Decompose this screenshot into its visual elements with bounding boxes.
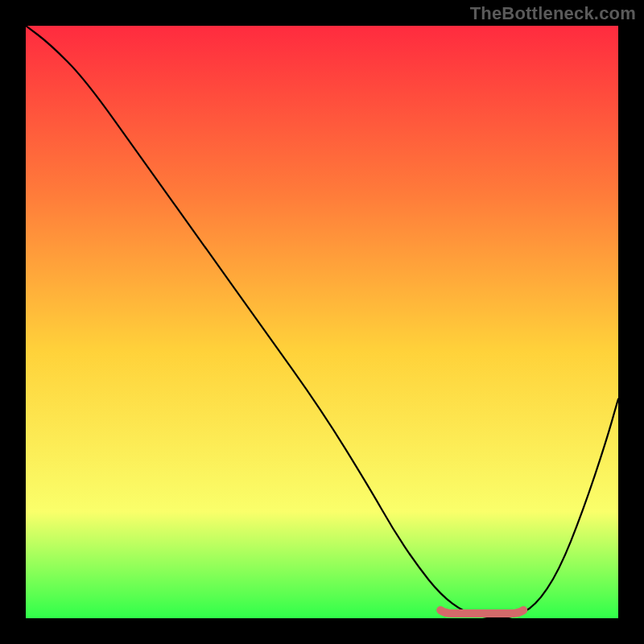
chart-plot-area: [26, 26, 618, 618]
watermark-label: TheBottleneck.com: [470, 3, 636, 24]
gradient-background: [26, 26, 618, 618]
optimal-range-marker: [440, 610, 523, 613]
chart-frame: TheBottleneck.com: [0, 0, 644, 644]
chart-svg: [26, 26, 618, 618]
